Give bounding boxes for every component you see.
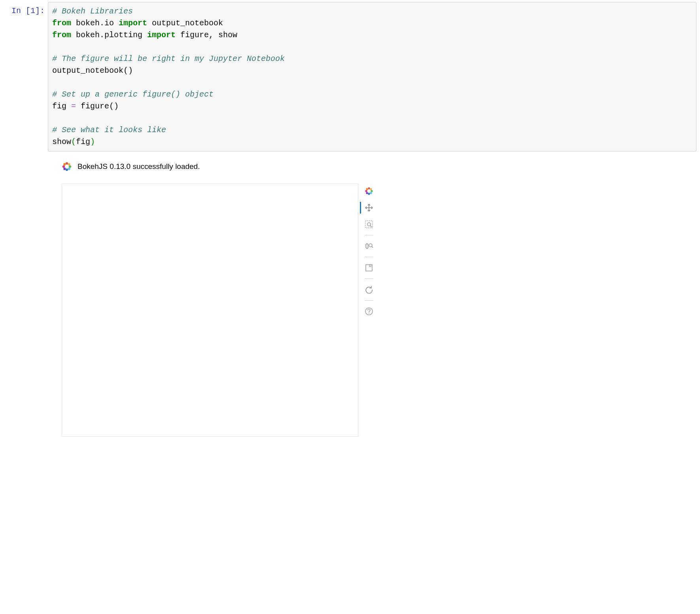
box-zoom-tool-button[interactable] — [362, 218, 376, 231]
save-tool-button[interactable] — [362, 261, 376, 275]
code-paren: ( — [123, 66, 128, 75]
bokeh-logo-button[interactable] — [362, 184, 376, 198]
svg-point-26 — [369, 313, 369, 314]
code-comment: # See what it looks like — [52, 125, 166, 135]
svg-point-5 — [63, 168, 66, 170]
wheel-zoom-tool-button[interactable] — [362, 239, 376, 253]
svg-point-15 — [366, 188, 368, 190]
bokeh-load-status: BokehJS 0.13.0 successfully loaded. — [62, 161, 696, 172]
code-comment: # Set up a generic figure() object — [52, 90, 214, 99]
code-input[interactable]: # Bokeh Libraries from bokeh.io import o… — [48, 2, 696, 152]
output-area: BokehJS 0.13.0 successfully loaded. — [46, 154, 700, 440]
code-keyword: from — [52, 19, 71, 28]
svg-line-22 — [372, 246, 373, 248]
svg-point-4 — [66, 169, 68, 171]
code-text: bokeh.io — [71, 19, 119, 28]
toolbar-separator — [365, 279, 373, 279]
bokeh-toolbar — [362, 184, 376, 321]
code-comment: # Bokeh Libraries — [52, 7, 133, 16]
output-cell: . — [0, 154, 700, 440]
code-text: output_notebook — [147, 19, 223, 28]
toolbar-separator — [365, 300, 373, 301]
svg-point-17 — [367, 223, 371, 226]
code-paren: ) — [90, 137, 95, 146]
bokeh-figure-wrap — [62, 184, 696, 437]
pan-tool-button[interactable] — [362, 201, 376, 214]
input-prompt: In [1]: — [2, 2, 48, 17]
code-op: = — [71, 102, 76, 111]
toolbar-separator — [365, 235, 373, 235]
code-paren: ) — [114, 102, 119, 111]
svg-point-10 — [371, 190, 373, 192]
help-tool-button[interactable] — [362, 305, 376, 318]
code-text: fig — [52, 102, 71, 111]
code-keyword: import — [147, 30, 176, 40]
svg-point-2 — [69, 165, 71, 168]
code-keyword: from — [52, 30, 71, 40]
svg-point-21 — [369, 244, 372, 247]
svg-point-11 — [370, 192, 372, 194]
svg-point-7 — [63, 163, 66, 165]
code-text: figure, show — [176, 30, 237, 40]
svg-line-18 — [370, 226, 372, 227]
svg-point-6 — [62, 165, 65, 168]
svg-point-0 — [66, 162, 68, 165]
bokeh-logo-icon — [62, 161, 72, 172]
code-cell: In [1]: # Bokeh Libraries from bokeh.io … — [0, 2, 700, 152]
bokeh-plot-canvas[interactable] — [62, 184, 358, 437]
code-keyword: import — [119, 19, 147, 28]
code-text: figure — [76, 102, 109, 111]
notebook-container: In [1]: # Bokeh Libraries from bokeh.io … — [0, 0, 700, 442]
bokeh-load-message: BokehJS 0.13.0 successfully loaded. — [78, 162, 200, 171]
svg-point-8 — [368, 187, 370, 189]
code-paren: ( — [71, 137, 76, 146]
svg-point-13 — [366, 192, 368, 194]
code-text: fig — [76, 137, 90, 146]
svg-point-9 — [370, 188, 372, 190]
reset-tool-button[interactable] — [362, 283, 376, 296]
svg-point-12 — [368, 193, 370, 195]
code-paren: ) — [128, 66, 133, 75]
toolbar-separator — [365, 257, 373, 257]
svg-point-3 — [68, 168, 70, 170]
code-text: bokeh.plotting — [71, 30, 147, 40]
svg-point-1 — [68, 163, 70, 165]
code-text: output_notebook — [52, 66, 123, 75]
code-text: show — [52, 137, 71, 146]
svg-point-14 — [365, 190, 367, 192]
code-paren: ( — [109, 102, 114, 111]
code-comment: # The figure will be right in my Jupyter… — [52, 54, 285, 63]
